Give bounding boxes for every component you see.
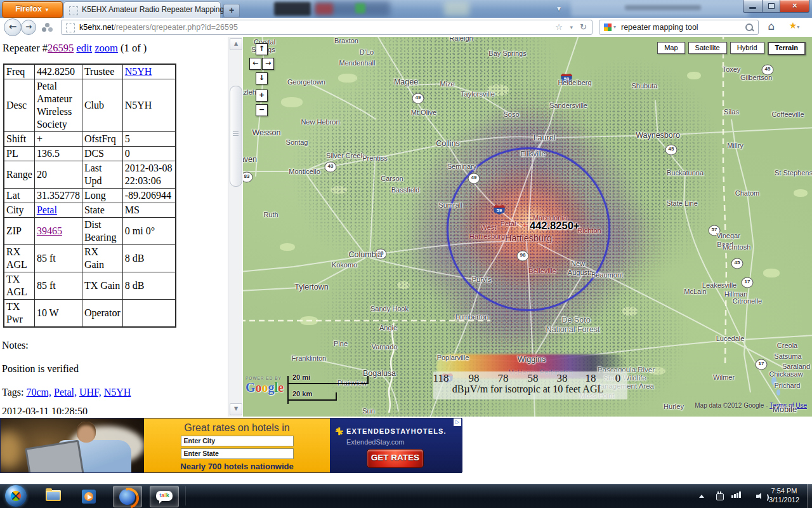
tab-active[interactable]: K5EHX Amateur Radio Repeater Mapping [63,1,221,18]
bookmarks-button[interactable]: ★▾ [783,19,806,34]
home-button[interactable]: ⌂ [764,19,779,34]
coverage-map[interactable]: 438349499898455745171745595959 CrystalSp… [243,37,812,417]
tag-link[interactable]: Petal, [54,387,77,398]
row-value: 85 ft [34,272,82,300]
map-label: National Forest [546,325,600,334]
map-label: Ruth [263,211,278,218]
table-link[interactable]: N5YH [125,66,152,77]
map-label: Belleville [528,267,556,274]
search-icon[interactable] [745,23,753,31]
google-logo[interactable]: POWER ED BY Google [246,376,284,395]
minimize-button[interactable] [743,0,763,13]
edit-link[interactable]: edit [76,42,92,54]
map-pan-−-button[interactable]: − [256,104,268,116]
scroll-down-icon[interactable]: ▼ [230,403,242,415]
row-value: 8 dB [122,245,176,272]
taskbar-explorer-button[interactable] [39,486,67,506]
ad-state-input[interactable] [181,448,294,459]
ad-banner[interactable]: Great rates on hotels in Nearly 700 hote… [0,418,462,473]
adchoices-icon[interactable]: ▷ [454,418,461,426]
search-input[interactable]: repeater mapping tool [621,20,698,34]
restore-icon [768,3,775,9]
extension-icon[interactable] [42,22,52,32]
row-value: 10 W [34,300,82,328]
map-type-hybrid-button[interactable]: Hybrid [730,42,764,54]
reload-icon[interactable]: ↻ [580,20,587,34]
table-row: Freq442.8250TrusteeN5YH [4,64,176,79]
taskbar-separator [185,486,186,505]
ad-form-section: Great rates on hotels in Nearly 700 hote… [144,418,330,472]
table-link[interactable]: Petal [37,204,57,215]
map-label: Georgetown [287,78,325,86]
start-button[interactable] [5,485,27,507]
frame-scrollbar[interactable]: ▲ ▼ [228,37,242,417]
ad-city-input[interactable] [181,436,294,446]
row-label: DCS [82,147,122,161]
close-button[interactable]: × [780,0,809,13]
map-pan-↑-button[interactable]: ↑ [256,43,268,55]
search-box[interactable]: ▾ repeater mapping tool [599,20,759,35]
map-pan-↓-button[interactable]: ↓ [256,72,268,84]
background-window-blur [355,3,365,13]
chevron-down-icon[interactable]: ▾ [613,20,616,34]
taskbar-firefox-button[interactable] [113,486,142,507]
map-pan-←-button[interactable]: ← [249,58,261,70]
map-label: Millry [727,142,743,149]
map-label: Augusta [568,269,593,276]
tag-link[interactable]: N5YH [104,387,131,398]
new-tab-button[interactable]: + [223,4,240,18]
bookmark-star-icon[interactable]: ☆ [555,20,563,34]
map-label: Mobile [773,404,797,414]
scroll-up-icon[interactable]: ▲ [230,38,242,50]
tag-link[interactable]: 70cm, [26,387,51,398]
table-row: ZIP39465Dist Bearing0 mi 0° [4,218,176,245]
row-value: 5 [122,132,176,147]
map-label: Ellisville [520,150,545,157]
map-label: Kokomo [332,261,357,269]
map-type-terrain-button[interactable]: Terrain [768,42,806,55]
restore-button[interactable] [763,0,780,13]
taskbar-clock[interactable]: 7:54 PM 3/11/2012 [761,486,807,504]
zoom-link[interactable]: zoom [95,42,118,54]
row-label: Trustee [82,64,122,79]
favicon-placeholder-icon [69,6,78,15]
show-desktop-button[interactable] [807,484,812,508]
row-label: TX AGL [4,272,34,300]
tab-title: K5EHX Amateur Radio Repeater Mapping [82,2,224,18]
row-value: + [34,132,82,147]
row-label: OfstFrq [82,132,122,147]
repeater-id-link[interactable]: 26595 [48,42,74,54]
minimize-icon [749,7,756,9]
url-bar[interactable]: k5ehx.net/repeaters/qrepeater.php?id=265… [61,20,593,35]
firefox-menu-button[interactable]: Firefox▼ [2,1,63,18]
taskbar-gtalk-button[interactable]: talk [150,486,179,507]
row-value[interactable]: N5YH [122,64,176,79]
power-icon[interactable] [716,491,723,500]
map-label: State Line [666,199,698,207]
get-rates-button[interactable]: GET RATES [367,449,424,468]
map-pan-+-button[interactable]: + [256,90,268,102]
forward-button[interactable]: → [21,20,36,35]
tag-link[interactable]: UHF, [79,387,102,398]
map-type-satellite-button[interactable]: Satellite [688,42,727,54]
legend-value: 78 [498,372,509,385]
map-type-map-button[interactable]: Map [657,42,684,54]
row-value[interactable]: Petal [34,203,82,218]
table-link[interactable]: 39465 [37,225,62,236]
map-label: Sumrall [438,201,462,209]
map-pan-→-button[interactable]: → [262,58,274,70]
search-engine-icon[interactable] [604,23,612,31]
row-label: PL [4,147,34,161]
url-dropdown-icon[interactable]: ▾ [570,20,573,34]
taskbar-media-player-button[interactable] [75,486,103,506]
list-all-tabs-icon[interactable]: ▼ [556,5,562,12]
back-button[interactable]: ← [4,18,22,36]
map-label: Braxton [334,37,358,44]
row-value[interactable]: 39465 [34,218,82,245]
row-value: N5YH [122,79,176,132]
clock-date: 3/11/2012 [761,495,807,504]
map-label: Wiggins [518,355,546,364]
show-hidden-icons-icon[interactable] [699,495,704,498]
scrollbar-thumb[interactable] [230,86,242,187]
gtalk-icon: talk [156,491,173,501]
